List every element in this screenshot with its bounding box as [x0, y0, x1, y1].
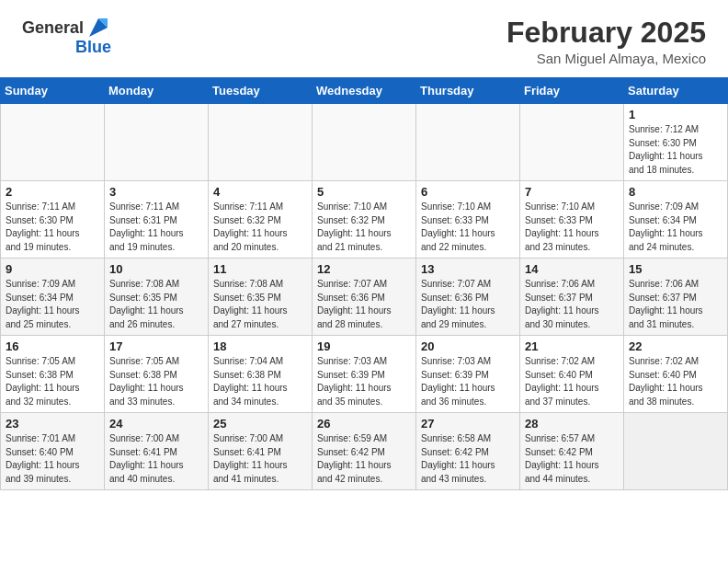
day-info: Sunrise: 7:00 AM Sunset: 6:41 PM Dayligh… [109, 432, 203, 486]
calendar-day-cell: 16Sunrise: 7:05 AM Sunset: 6:38 PM Dayli… [1, 336, 105, 413]
day-info: Sunrise: 7:02 AM Sunset: 6:40 PM Dayligh… [525, 355, 619, 408]
calendar-day-cell: 20Sunrise: 7:03 AM Sunset: 6:39 PM Dayli… [416, 336, 520, 413]
day-info: Sunrise: 7:11 AM Sunset: 6:30 PM Dayligh… [6, 201, 99, 254]
calendar-day-cell: 9Sunrise: 7:09 AM Sunset: 6:34 PM Daylig… [1, 259, 105, 336]
day-number: 24 [109, 417, 203, 431]
calendar-day-cell: 23Sunrise: 7:01 AM Sunset: 6:40 PM Dayli… [1, 413, 105, 490]
day-info: Sunrise: 6:59 AM Sunset: 6:42 PM Dayligh… [317, 432, 411, 486]
calendar-day-cell [313, 104, 416, 181]
calendar-day-cell: 28Sunrise: 6:57 AM Sunset: 6:42 PM Dayli… [520, 413, 624, 490]
day-number: 16 [6, 339, 99, 353]
calendar-day-cell: 7Sunrise: 7:10 AM Sunset: 6:33 PM Daylig… [520, 181, 624, 259]
day-info: Sunrise: 7:08 AM Sunset: 6:35 PM Dayligh… [213, 278, 307, 331]
day-info: Sunrise: 7:00 AM Sunset: 6:41 PM Dayligh… [213, 432, 307, 486]
col-header-friday: Friday [520, 78, 624, 104]
calendar-day-cell: 26Sunrise: 6:59 AM Sunset: 6:42 PM Dayli… [313, 413, 416, 490]
col-header-tuesday: Tuesday [209, 78, 313, 104]
day-info: Sunrise: 7:10 AM Sunset: 6:32 PM Dayligh… [317, 201, 411, 254]
calendar-day-cell: 14Sunrise: 7:06 AM Sunset: 6:37 PM Dayli… [520, 259, 624, 336]
calendar-day-cell: 12Sunrise: 7:07 AM Sunset: 6:36 PM Dayli… [313, 259, 416, 336]
logo-general-text: General [22, 19, 84, 38]
day-info: Sunrise: 7:10 AM Sunset: 6:33 PM Dayligh… [525, 201, 619, 254]
col-header-wednesday: Wednesday [313, 78, 416, 104]
calendar-day-cell: 15Sunrise: 7:06 AM Sunset: 6:37 PM Dayli… [624, 259, 728, 336]
calendar-day-cell: 8Sunrise: 7:09 AM Sunset: 6:34 PM Daylig… [624, 181, 728, 259]
calendar-week-row: 23Sunrise: 7:01 AM Sunset: 6:40 PM Dayli… [1, 413, 728, 490]
calendar-day-cell [416, 104, 520, 181]
calendar-day-cell: 18Sunrise: 7:04 AM Sunset: 6:38 PM Dayli… [209, 336, 313, 413]
page: General Blue February 2025 San Miguel Al… [0, 0, 728, 563]
location: San Miguel Almaya, Mexico [506, 51, 706, 66]
calendar-week-row: 1Sunrise: 7:12 AM Sunset: 6:30 PM Daylig… [1, 104, 728, 181]
month-year: February 2025 [506, 17, 706, 49]
calendar-week-row: 16Sunrise: 7:05 AM Sunset: 6:38 PM Dayli… [1, 336, 728, 413]
day-number: 3 [109, 185, 203, 199]
calendar-day-cell: 19Sunrise: 7:03 AM Sunset: 6:39 PM Dayli… [313, 336, 416, 413]
day-info: Sunrise: 7:03 AM Sunset: 6:39 PM Dayligh… [421, 355, 515, 408]
day-number: 9 [6, 262, 99, 276]
calendar-day-cell: 13Sunrise: 7:07 AM Sunset: 6:36 PM Dayli… [416, 259, 520, 336]
calendar-day-cell [105, 104, 209, 181]
header: General Blue February 2025 San Miguel Al… [0, 0, 728, 74]
day-info: Sunrise: 7:02 AM Sunset: 6:40 PM Dayligh… [629, 355, 722, 408]
day-number: 10 [109, 262, 203, 276]
day-number: 22 [629, 339, 722, 353]
day-number: 21 [525, 339, 619, 353]
calendar-day-cell: 22Sunrise: 7:02 AM Sunset: 6:40 PM Dayli… [624, 336, 728, 413]
col-header-monday: Monday [105, 78, 209, 104]
calendar-day-cell: 24Sunrise: 7:00 AM Sunset: 6:41 PM Dayli… [105, 413, 209, 490]
day-number: 27 [421, 417, 515, 431]
title-block: February 2025 San Miguel Almaya, Mexico [506, 17, 706, 66]
calendar-day-cell [1, 104, 105, 181]
day-info: Sunrise: 6:57 AM Sunset: 6:42 PM Dayligh… [525, 432, 619, 486]
day-info: Sunrise: 7:07 AM Sunset: 6:36 PM Dayligh… [317, 278, 411, 331]
day-info: Sunrise: 7:10 AM Sunset: 6:33 PM Dayligh… [421, 201, 515, 254]
day-info: Sunrise: 7:01 AM Sunset: 6:40 PM Dayligh… [6, 432, 99, 486]
day-info: Sunrise: 7:11 AM Sunset: 6:32 PM Dayligh… [213, 201, 307, 254]
col-header-saturday: Saturday [624, 78, 728, 104]
day-info: Sunrise: 6:58 AM Sunset: 6:42 PM Dayligh… [421, 432, 515, 486]
day-info: Sunrise: 7:05 AM Sunset: 6:38 PM Dayligh… [109, 355, 203, 408]
day-number: 25 [213, 417, 307, 431]
day-number: 6 [421, 185, 515, 199]
day-info: Sunrise: 7:11 AM Sunset: 6:31 PM Dayligh… [109, 201, 203, 254]
day-number: 11 [213, 262, 307, 276]
logo: General Blue [22, 17, 111, 57]
day-info: Sunrise: 7:05 AM Sunset: 6:38 PM Dayligh… [6, 355, 99, 408]
calendar-day-cell [209, 104, 313, 181]
day-number: 28 [525, 417, 619, 431]
day-number: 19 [317, 339, 411, 353]
day-number: 23 [6, 417, 99, 431]
calendar-day-cell: 25Sunrise: 7:00 AM Sunset: 6:41 PM Dayli… [209, 413, 313, 490]
calendar-day-cell: 4Sunrise: 7:11 AM Sunset: 6:32 PM Daylig… [209, 181, 313, 259]
day-info: Sunrise: 7:09 AM Sunset: 6:34 PM Dayligh… [629, 201, 722, 254]
calendar-day-cell: 5Sunrise: 7:10 AM Sunset: 6:32 PM Daylig… [313, 181, 416, 259]
calendar-table: SundayMondayTuesdayWednesdayThursdayFrid… [0, 77, 728, 490]
day-number: 26 [317, 417, 411, 431]
logo-blue-text: Blue [75, 39, 111, 57]
day-number: 5 [317, 185, 411, 199]
calendar-day-cell [520, 104, 624, 181]
col-header-sunday: Sunday [1, 78, 105, 104]
calendar-day-cell [624, 413, 728, 490]
day-number: 2 [6, 185, 99, 199]
day-number: 1 [629, 108, 722, 121]
day-number: 4 [213, 185, 307, 199]
day-number: 18 [213, 339, 307, 353]
calendar-week-row: 9Sunrise: 7:09 AM Sunset: 6:34 PM Daylig… [1, 259, 728, 336]
day-number: 7 [525, 185, 619, 199]
calendar-day-cell: 6Sunrise: 7:10 AM Sunset: 6:33 PM Daylig… [416, 181, 520, 259]
day-info: Sunrise: 7:03 AM Sunset: 6:39 PM Dayligh… [317, 355, 411, 408]
day-number: 12 [317, 262, 411, 276]
calendar-header-row: SundayMondayTuesdayWednesdayThursdayFrid… [1, 78, 728, 104]
day-number: 20 [421, 339, 515, 353]
day-info: Sunrise: 7:04 AM Sunset: 6:38 PM Dayligh… [213, 355, 307, 408]
day-number: 17 [109, 339, 203, 353]
calendar-day-cell: 21Sunrise: 7:02 AM Sunset: 6:40 PM Dayli… [520, 336, 624, 413]
calendar-day-cell: 10Sunrise: 7:08 AM Sunset: 6:35 PM Dayli… [105, 259, 209, 336]
calendar-day-cell: 2Sunrise: 7:11 AM Sunset: 6:30 PM Daylig… [1, 181, 105, 259]
day-info: Sunrise: 7:06 AM Sunset: 6:37 PM Dayligh… [629, 278, 722, 331]
day-number: 8 [629, 185, 722, 199]
calendar-week-row: 2Sunrise: 7:11 AM Sunset: 6:30 PM Daylig… [1, 181, 728, 259]
day-number: 15 [629, 262, 722, 276]
